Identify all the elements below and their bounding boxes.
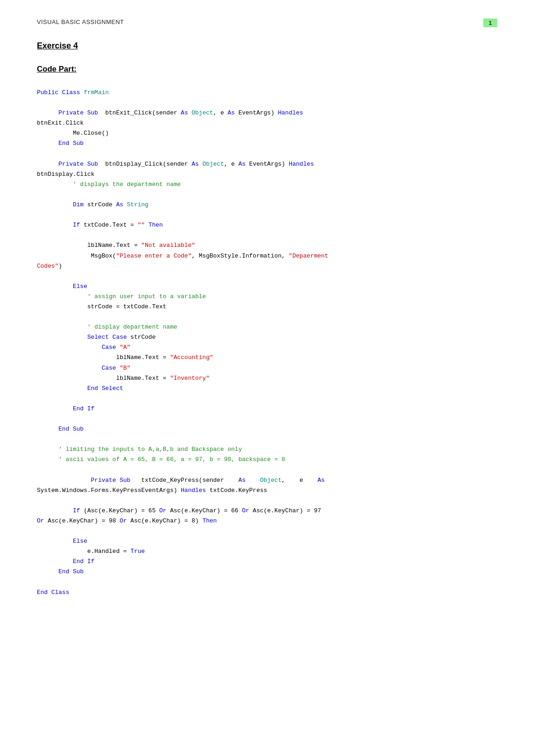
- page-number-badge: 1: [483, 18, 497, 27]
- page-header: VISUAL BASIC ASSIGNMENT 1: [37, 18, 497, 27]
- section-title: Code Part:: [37, 65, 497, 74]
- document-title: VISUAL BASIC ASSIGNMENT: [37, 18, 124, 25]
- exercise-title: Exercise 4: [37, 41, 497, 51]
- code-block: Public Class frmMain Private Sub btnExit…: [37, 88, 497, 598]
- page-container: VISUAL BASIC ASSIGNMENT 1 Exercise 4 Cod…: [0, 0, 534, 756]
